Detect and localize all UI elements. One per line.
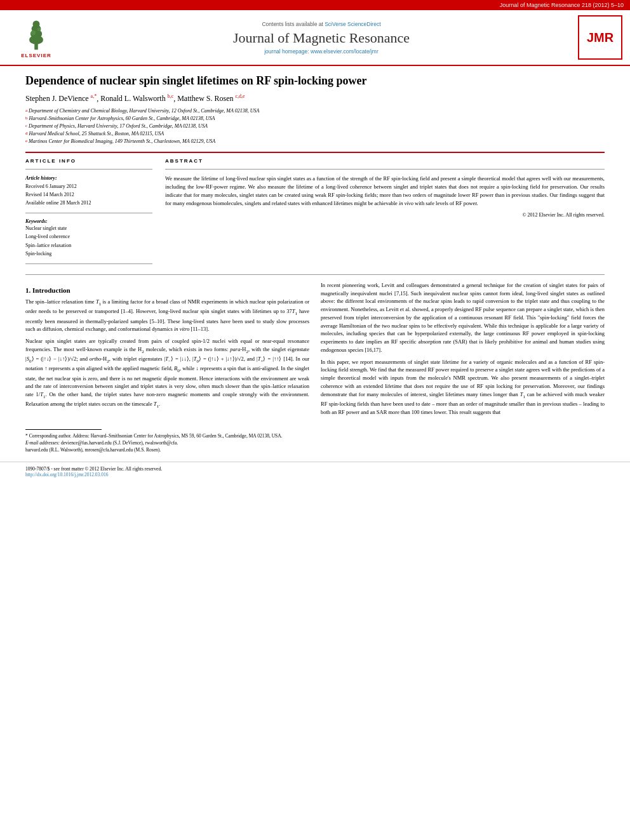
homepage-label: journal homepage: bbox=[264, 48, 309, 55]
keywords-section: Keywords: Nuclear singlet state Long-liv… bbox=[25, 218, 152, 258]
main-divider bbox=[25, 152, 605, 153]
intro-heading: 1. Introduction bbox=[25, 286, 309, 294]
footnote-divider bbox=[25, 429, 102, 430]
keyword-1: Nuclear singlet state bbox=[25, 224, 152, 233]
email-footnote: E-mail addresses: devience@fas.harvard.e… bbox=[25, 439, 309, 454]
keyword-4: Spin-locking bbox=[25, 250, 152, 258]
elsevier-brand-text: ELSEVIER bbox=[21, 53, 51, 58]
keywords-label: Keywords: bbox=[25, 218, 152, 224]
svg-point-4 bbox=[33, 20, 40, 27]
author-3-sup: c,d,e bbox=[236, 93, 245, 99]
author-3: Matthew S. Rosen c,d,e bbox=[177, 94, 245, 103]
revised-date: Revised 14 March 2012 bbox=[25, 191, 152, 199]
issn-text: 1090-7807/$ - see front matter © 2012 El… bbox=[25, 466, 162, 477]
abstract-copyright: © 2012 Elsevier Inc. All rights reserved… bbox=[165, 212, 605, 218]
article-footer: 1090-7807/$ - see front matter © 2012 El… bbox=[0, 462, 630, 480]
abstract-header: ABSTRACT bbox=[165, 158, 605, 164]
svg-point-5 bbox=[31, 30, 36, 35]
journal-ref-text: Journal of Magnetic Resonance 218 (2012)… bbox=[500, 2, 624, 8]
doi-line[interactable]: http://dx.doi.org/10.1016/j.jmr.2012.03.… bbox=[25, 472, 162, 477]
keyword-2: Long-lived coherence bbox=[25, 232, 152, 241]
info-abstract-section: ARTICLE INFO Article history: Received 6… bbox=[25, 158, 605, 269]
sciverse-line: Contents lists available at SciVerse Sci… bbox=[72, 21, 570, 27]
article-info-header: ARTICLE INFO bbox=[25, 158, 152, 164]
affil-c-text: Department of Physics, Harvard Universit… bbox=[29, 123, 208, 130]
keyword-3: Spin–lattice relaxation bbox=[25, 241, 152, 250]
elsevier-tree-icon bbox=[17, 17, 55, 51]
journal-reference-bar: Journal of Magnetic Resonance 218 (2012)… bbox=[0, 0, 630, 10]
affil-b-text: Harvard–Smithsonian Center for Astrophys… bbox=[29, 115, 215, 123]
journal-title-block: Contents lists available at SciVerse Sci… bbox=[72, 21, 570, 55]
affil-a-text: Department of Chemistry and Chemical Bio… bbox=[29, 107, 259, 115]
intro-para-1: The spin–lattice relaxation time T1 is a… bbox=[25, 298, 309, 333]
abstract-col: ABSTRACT We measure the lifetime of long… bbox=[165, 158, 605, 269]
article-title: Dependence of nuclear spin singlet lifet… bbox=[25, 74, 605, 88]
sciverse-link[interactable]: SciVerse ScienceDirect bbox=[325, 21, 380, 27]
section-divider bbox=[25, 274, 605, 275]
intro-col2-para-1: In recent pioneering work, Levitt and co… bbox=[321, 281, 605, 354]
jmr-logo-box: JMR bbox=[578, 15, 622, 60]
article-history: Article history: Received 6 January 2012… bbox=[25, 175, 152, 207]
affil-d-sup: d bbox=[25, 130, 28, 137]
author-1-sup: a,* bbox=[91, 93, 97, 99]
affil-d: d Harvard Medical School, 25 Shattuck St… bbox=[25, 130, 605, 138]
abstract-text: We measure the lifetime of long-lived nu… bbox=[165, 175, 605, 207]
journal-main-title: Journal of Magnetic Resonance bbox=[72, 30, 570, 46]
author-2-sup: b,c bbox=[168, 93, 174, 99]
body-col-left: 1. Introduction The spin–lattice relaxat… bbox=[25, 281, 309, 454]
info-divider-mid bbox=[25, 213, 152, 213]
article-info-col: ARTICLE INFO Article history: Received 6… bbox=[25, 158, 152, 269]
homepage-url[interactable]: www.elsevier.com/locate/jmr bbox=[311, 48, 379, 55]
affil-e: e Martinos Center for Biomedical Imaging… bbox=[25, 138, 605, 145]
journal-header: ELSEVIER Contents lists available at Sci… bbox=[0, 10, 630, 66]
affil-b-sup: b bbox=[25, 115, 28, 122]
affil-c-sup: c bbox=[25, 123, 27, 130]
info-divider-bot bbox=[25, 263, 152, 264]
history-label: Article history: bbox=[25, 175, 152, 183]
available-date: Available online 28 March 2012 bbox=[25, 199, 152, 208]
affil-e-sup: e bbox=[25, 138, 27, 145]
abstract-divider bbox=[165, 169, 605, 170]
article-container: Dependence of nuclear spin singlet lifet… bbox=[0, 66, 630, 462]
intro-col2-para-2: In this paper, we report measurements of… bbox=[321, 358, 605, 417]
author-2: Ronald L. Walsworth b,c bbox=[100, 94, 173, 103]
affil-c: c Department of Physics, Harvard Univers… bbox=[25, 123, 605, 130]
affil-a: a Department of Chemistry and Chemical B… bbox=[25, 107, 605, 115]
affil-a-sup: a bbox=[25, 107, 27, 114]
author-1: Stephen J. DeVience a,* bbox=[25, 94, 97, 103]
svg-point-6 bbox=[37, 27, 41, 31]
affil-d-text: Harvard Medical School, 25 Shattuck St.,… bbox=[29, 130, 164, 138]
authors-line: Stephen J. DeVience a,*, Ronald L. Walsw… bbox=[25, 93, 605, 103]
keywords-list: Nuclear singlet state Long-lived coheren… bbox=[25, 224, 152, 258]
received-date: Received 6 January 2012 bbox=[25, 183, 152, 191]
affil-b: b Harvard–Smithsonian Center for Astroph… bbox=[25, 115, 605, 123]
contents-text: Contents lists available at bbox=[262, 21, 323, 27]
affil-e-text: Martinos Center for Biomedical Imaging, … bbox=[29, 138, 215, 145]
journal-homepage: journal homepage: www.elsevier.com/locat… bbox=[72, 48, 570, 55]
elsevier-logo: ELSEVIER bbox=[8, 17, 65, 58]
jmr-logo-text: JMR bbox=[587, 31, 613, 44]
body-col-right: In recent pioneering work, Levitt and co… bbox=[321, 281, 605, 454]
info-divider-top bbox=[25, 169, 152, 170]
body-section: 1. Introduction The spin–lattice relaxat… bbox=[25, 281, 605, 454]
corresponding-author-note: * Corresponding author. Address: Harvard… bbox=[25, 432, 309, 439]
issn-line: 1090-7807/$ - see front matter © 2012 El… bbox=[25, 466, 162, 472]
affiliations: a Department of Chemistry and Chemical B… bbox=[25, 107, 605, 145]
intro-para-2: Nuclear spin singlet states are typicall… bbox=[25, 337, 309, 410]
